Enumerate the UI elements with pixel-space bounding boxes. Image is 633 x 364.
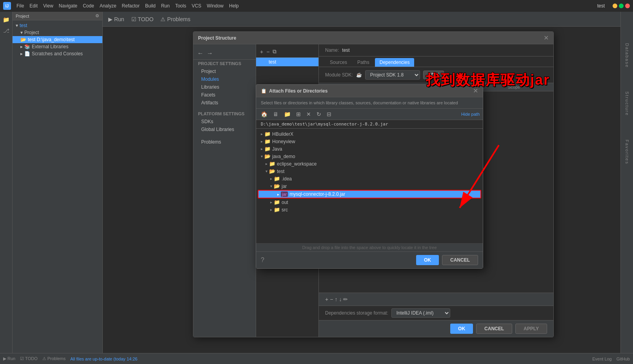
- attach-dialog-title-text: Attach Files or Directories: [269, 88, 327, 94]
- run-icon[interactable]: ▶ Run: [3, 356, 15, 361]
- ps-ok-button[interactable]: OK: [450, 324, 473, 334]
- ps-item-libraries[interactable]: Libraries: [193, 83, 256, 91]
- sdk-java-icon: ☕: [356, 72, 362, 78]
- ps-forward-button[interactable]: →: [206, 49, 214, 58]
- chevron-right-icon: ▸: [261, 139, 263, 144]
- sdk-dropdown[interactable]: Project SDK 1.8: [365, 70, 420, 80]
- github-label[interactable]: GitHub: [617, 357, 630, 361]
- attach-cancel-button[interactable]: CANCEL: [442, 255, 478, 265]
- problems-button[interactable]: ⚠ Problems: [158, 15, 193, 24]
- ps-back-button[interactable]: ←: [196, 49, 204, 58]
- tab-dependencies[interactable]: Dependencies: [375, 58, 415, 67]
- tab-paths[interactable]: Paths: [353, 58, 374, 67]
- delete-button[interactable]: ✕: [305, 110, 313, 118]
- tree-item-project[interactable]: ▾ Project: [13, 29, 102, 36]
- desktop-button[interactable]: 🖥: [271, 110, 280, 118]
- project-icon[interactable]: 📁: [2, 15, 11, 24]
- tree-label: out: [282, 200, 288, 205]
- help-icon[interactable]: ?: [261, 257, 264, 264]
- menu-refactor[interactable]: Refactor: [120, 2, 142, 9]
- favorites-panel-label[interactable]: Favorites: [625, 140, 629, 164]
- status-bar: ▶ Run ☑ TODO ⚠ Problems All files are up…: [0, 353, 633, 364]
- structure-panel-label[interactable]: Structure: [625, 91, 629, 116]
- module-list-item-test[interactable]: ▣ test: [256, 58, 318, 66]
- collapse-button[interactable]: ⊟: [325, 110, 333, 118]
- menu-run[interactable]: Run: [159, 2, 172, 9]
- tree-item-hbuilderx[interactable]: ▸ 📁 HBuilderX: [256, 130, 483, 138]
- refresh-button[interactable]: ↻: [315, 110, 323, 118]
- copy-module-button[interactable]: ⧉: [272, 47, 277, 56]
- problems-icon[interactable]: ⚠ Problems: [42, 356, 66, 361]
- hide-path-link[interactable]: Hide path: [461, 112, 480, 116]
- current-path: D:\java_demo\test\jar\mysql-connector-j-…: [261, 122, 388, 127]
- tree-item-eclipse-workspace[interactable]: ▸ 📁 eclipse_workspace: [256, 160, 483, 167]
- ps-apply-button[interactable]: APPLY: [515, 324, 547, 334]
- run-button[interactable]: ▶ Run: [106, 15, 127, 24]
- move-up-dep-button[interactable]: ↑: [335, 296, 337, 302]
- tree-item-test-root[interactable]: ▾ test: [13, 22, 102, 29]
- menu-vcs[interactable]: VCS: [189, 2, 204, 9]
- todo-button[interactable]: ☑ TODO: [129, 15, 156, 24]
- remove-module-button[interactable]: −: [266, 48, 270, 56]
- remove-dep-button[interactable]: −: [330, 296, 333, 302]
- ps-item-modules[interactable]: Modules: [193, 75, 256, 83]
- edit-dep-button[interactable]: ✏: [343, 296, 348, 302]
- tree-item-java-demo[interactable]: ▾ 📂 java_demo: [256, 153, 483, 160]
- tab-sources[interactable]: Sources: [325, 58, 352, 67]
- database-panel-label[interactable]: Database: [625, 43, 629, 68]
- ps-bottom-row: + − ↑ ↓ ✏: [319, 293, 553, 306]
- tree-item-out[interactable]: ▸ 📁 out: [256, 198, 483, 206]
- attach-dialog-close-button[interactable]: ✕: [473, 87, 478, 95]
- maximize-btn[interactable]: [619, 4, 624, 8]
- ps-cancel-button[interactable]: CANCEL: [476, 324, 512, 334]
- ps-item-facets[interactable]: Facets: [193, 91, 256, 99]
- ps-item-problems[interactable]: Problems: [193, 138, 256, 146]
- edit-sdk-button[interactable]: EDIT: [423, 71, 444, 79]
- panel-settings-icon[interactable]: ⚙: [95, 13, 99, 18]
- tree-item-external-libs[interactable]: ▸ 📚 External Libraries: [13, 43, 102, 50]
- menu-tools[interactable]: Tools: [173, 2, 189, 9]
- tree-item-mysql-jar[interactable]: ▸ jar mysql-connector-j-8.2.0.jar: [258, 190, 481, 198]
- tree-item-test-module[interactable]: 📂 test D:\java_demo\test: [13, 36, 102, 43]
- close-btn[interactable]: [625, 4, 630, 8]
- tree-item-idea[interactable]: ▸ 📁 .idea: [256, 175, 483, 182]
- storage-dropdown[interactable]: IntelliJ IDEA (.iml): [391, 308, 450, 318]
- tree-item-scratches[interactable]: ▸ 📄 Scratches and Consoles: [13, 50, 102, 57]
- expand-button[interactable]: ⊞: [295, 110, 302, 118]
- menu-help[interactable]: Help: [227, 2, 241, 9]
- attach-ok-button[interactable]: OK: [416, 255, 439, 265]
- move-down-dep-button[interactable]: ↓: [339, 296, 342, 302]
- tree-item-jar-folder[interactable]: ▾ 📂 jar: [256, 182, 483, 190]
- menu-file[interactable]: File: [14, 2, 26, 9]
- todo-icon[interactable]: ☑ TODO: [20, 356, 37, 361]
- project-panel: Project ⚙ ▾ test ▾ Project 📂 test D:\jav…: [13, 12, 103, 353]
- git-icon[interactable]: ⎇: [2, 26, 11, 35]
- tree-item-src[interactable]: ▸ 📁 src: [256, 206, 483, 213]
- tree-item-honeyview[interactable]: ▸ 📁 Honeyview: [256, 138, 483, 145]
- menu-code[interactable]: Code: [80, 2, 96, 9]
- ps-item-artifacts[interactable]: Artifacts: [193, 99, 256, 107]
- storage-label: Dependencies storage format:: [325, 310, 388, 316]
- menu-window[interactable]: Window: [204, 2, 226, 9]
- event-log-label[interactable]: Event Log: [592, 357, 612, 361]
- tree-item-test[interactable]: ▾ 📂 test: [256, 167, 483, 175]
- add-dep-button[interactable]: +: [325, 296, 328, 302]
- home-button[interactable]: 🏠: [259, 110, 269, 118]
- attach-dialog-title: 📋 Attach Files or Directories: [261, 88, 327, 94]
- tree-item-java[interactable]: ▸ 📁 Java: [256, 145, 483, 153]
- menu-edit[interactable]: Edit: [27, 2, 40, 9]
- add-module-button[interactable]: +: [259, 48, 264, 56]
- menu-analyze[interactable]: Analyze: [97, 2, 119, 9]
- menu-view[interactable]: View: [41, 2, 56, 9]
- module-icon: ▣: [261, 59, 266, 65]
- ps-close-button[interactable]: ✕: [544, 34, 549, 42]
- ps-item-sdks[interactable]: SDKs: [193, 118, 256, 126]
- menu-build[interactable]: Build: [143, 2, 158, 9]
- menu-navigate[interactable]: Navigate: [56, 2, 80, 9]
- ps-item-project[interactable]: Project: [193, 67, 256, 75]
- module-name-row: Name: test: [319, 44, 553, 56]
- new-folder-button[interactable]: 📁: [282, 110, 292, 118]
- minimize-btn[interactable]: [613, 4, 617, 8]
- ps-item-global-libraries[interactable]: Global Libraries: [193, 126, 256, 133]
- attach-dialog-tree: ▸ 📁 HBuilderX ▸ 📁 Honeyview ▸ 📁 Java ▾ 📂: [256, 129, 483, 243]
